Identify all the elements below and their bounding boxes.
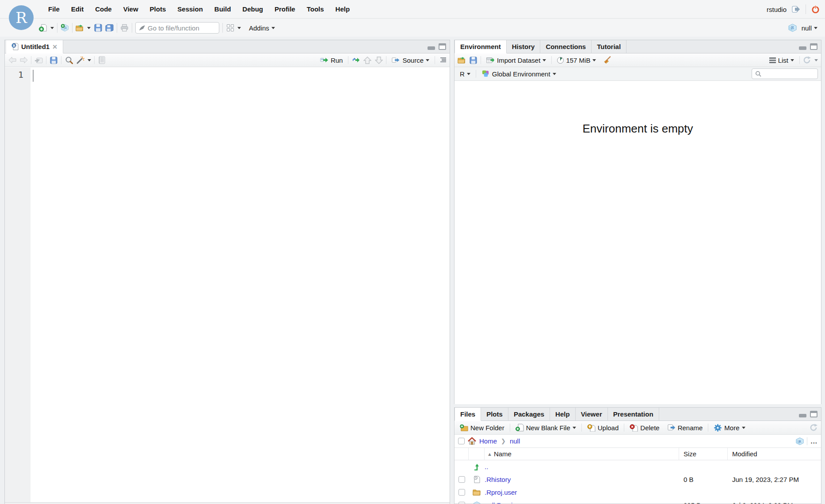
new-blank-file-button[interactable]: New Blank File — [513, 422, 578, 433]
memory-usage-button[interactable]: 157 MiB — [555, 55, 598, 65]
breadcrumb-current-link[interactable]: null — [510, 437, 520, 445]
code-tools-wand-icon[interactable] — [76, 56, 84, 64]
tab-untitled1[interactable]: R Untitled1 ✕ — [6, 40, 63, 53]
close-icon[interactable]: ✕ — [52, 43, 57, 50]
maximize-icon[interactable] — [439, 43, 446, 50]
file-link[interactable]: .. — [485, 463, 488, 470]
addins-button[interactable]: Addins — [247, 23, 277, 33]
language-selector[interactable]: R — [458, 69, 473, 79]
menu-edit[interactable]: Edit — [65, 3, 89, 15]
load-workspace-icon[interactable] — [458, 56, 466, 64]
minimize-icon[interactable] — [428, 46, 435, 50]
file-link[interactable]: null.Rproj — [485, 501, 512, 504]
back-icon[interactable] — [8, 56, 16, 64]
power-quit-icon[interactable] — [811, 5, 820, 14]
forward-icon[interactable] — [19, 56, 28, 64]
delete-button[interactable]: Delete — [627, 422, 661, 433]
environment-search-input[interactable] — [764, 70, 814, 78]
menu-help[interactable]: Help — [330, 3, 356, 15]
open-file-dropdown-icon[interactable] — [87, 27, 91, 29]
column-header-size[interactable]: Size — [679, 448, 728, 460]
column-header-name[interactable]: ▲ Name — [485, 448, 679, 460]
file-row-rhistory[interactable]: .Rhistory 0 B Jun 19, 2023, 2:27 PM — [455, 473, 821, 486]
tab-connections[interactable]: Connections — [540, 40, 592, 53]
tab-environment[interactable]: Environment — [455, 40, 507, 53]
new-project-icon[interactable]: R — [61, 24, 69, 32]
find-replace-icon[interactable] — [65, 56, 73, 64]
refresh-icon[interactable] — [810, 424, 818, 432]
menu-profile[interactable]: Profile — [269, 3, 301, 15]
menu-debug[interactable]: Debug — [237, 3, 269, 15]
minimize-icon[interactable] — [799, 414, 806, 417]
menu-view[interactable]: View — [118, 3, 144, 15]
run-button[interactable]: Run — [318, 55, 345, 66]
file-row-rproj-user[interactable]: .Rproj.user — [455, 486, 821, 499]
more-button[interactable]: More — [711, 422, 747, 433]
clear-workspace-broom-icon[interactable] — [603, 56, 611, 64]
pane-layout-dropdown-icon[interactable] — [237, 27, 241, 29]
tab-help[interactable]: Help — [550, 408, 576, 421]
goto-file-input[interactable] — [148, 24, 216, 32]
file-checkbox[interactable] — [458, 489, 465, 496]
code-tools-dropdown-icon[interactable] — [88, 59, 91, 61]
print-icon[interactable] — [120, 24, 129, 32]
new-folder-button[interactable]: New Folder — [458, 422, 507, 433]
file-checkbox[interactable] — [458, 476, 465, 483]
refresh-icon[interactable] — [803, 56, 811, 64]
select-all-checkbox[interactable] — [458, 438, 465, 444]
menu-code[interactable]: Code — [89, 3, 118, 15]
save-workspace-icon[interactable] — [469, 56, 477, 64]
import-dataset-button[interactable]: Import Dataset — [484, 55, 548, 66]
open-file-icon[interactable] — [76, 24, 84, 32]
go-previous-chunk-icon[interactable] — [363, 56, 371, 64]
tab-viewer[interactable]: Viewer — [576, 408, 608, 421]
goto-file-icon — [139, 25, 145, 31]
environment-search[interactable] — [752, 68, 818, 79]
refresh-dropdown-icon[interactable] — [814, 59, 818, 61]
maximize-icon[interactable] — [810, 43, 817, 50]
project-selector[interactable]: null — [799, 23, 820, 33]
file-checkbox[interactable] — [458, 502, 465, 504]
tab-tutorial[interactable]: Tutorial — [592, 40, 626, 53]
minimize-icon[interactable] — [799, 46, 806, 50]
go-next-chunk-icon[interactable] — [374, 56, 383, 64]
path-ellipsis-button[interactable]: ... — [810, 437, 817, 445]
save-icon[interactable] — [50, 56, 58, 64]
code-editor[interactable]: 1 — [5, 68, 450, 504]
new-file-icon[interactable] — [39, 24, 47, 32]
file-row-up[interactable]: .. — [455, 460, 821, 473]
maximize-icon[interactable] — [810, 411, 817, 417]
scope-selector[interactable]: Global Environment — [479, 68, 558, 80]
sign-out-icon[interactable] — [792, 5, 800, 14]
open-in-new-window-icon[interactable] — [34, 56, 43, 64]
upload-label: Upload — [598, 424, 619, 432]
menu-build[interactable]: Build — [209, 3, 237, 15]
menu-plots[interactable]: Plots — [144, 3, 172, 15]
list-view-button[interactable]: List — [767, 55, 796, 65]
menu-tools[interactable]: Tools — [301, 3, 330, 15]
tab-history[interactable]: History — [507, 40, 541, 53]
tab-plots[interactable]: Plots — [481, 408, 508, 421]
file-link[interactable]: .Rproj.user — [485, 489, 517, 496]
menu-file[interactable]: File — [42, 3, 65, 15]
menu-session[interactable]: Session — [172, 3, 209, 15]
goto-file-search[interactable] — [135, 22, 219, 34]
rerun-icon[interactable] — [351, 56, 360, 64]
tab-packages[interactable]: Packages — [508, 408, 550, 421]
new-file-dropdown-icon[interactable] — [50, 27, 54, 29]
home-icon[interactable] — [468, 437, 476, 445]
compile-report-icon[interactable] — [98, 56, 106, 64]
column-header-modified[interactable]: Modified — [728, 450, 821, 458]
save-icon[interactable] — [94, 24, 102, 32]
tab-files[interactable]: Files — [455, 408, 481, 421]
file-link[interactable]: .Rhistory — [485, 476, 511, 483]
breadcrumb-home-link[interactable]: Home — [479, 437, 497, 445]
rename-button[interactable]: Rename — [665, 422, 705, 433]
document-outline-icon[interactable] — [438, 56, 447, 64]
upload-button[interactable]: Upload — [585, 422, 621, 433]
tab-presentation[interactable]: Presentation — [608, 408, 659, 421]
pane-layout-icon[interactable] — [226, 24, 234, 32]
source-button[interactable]: Source — [390, 55, 432, 66]
save-all-icon[interactable] — [105, 24, 114, 32]
file-row-null-rproj[interactable]: R null.Rproj 205 B Jul 8, 2024, 3:28 PM — [455, 499, 821, 504]
